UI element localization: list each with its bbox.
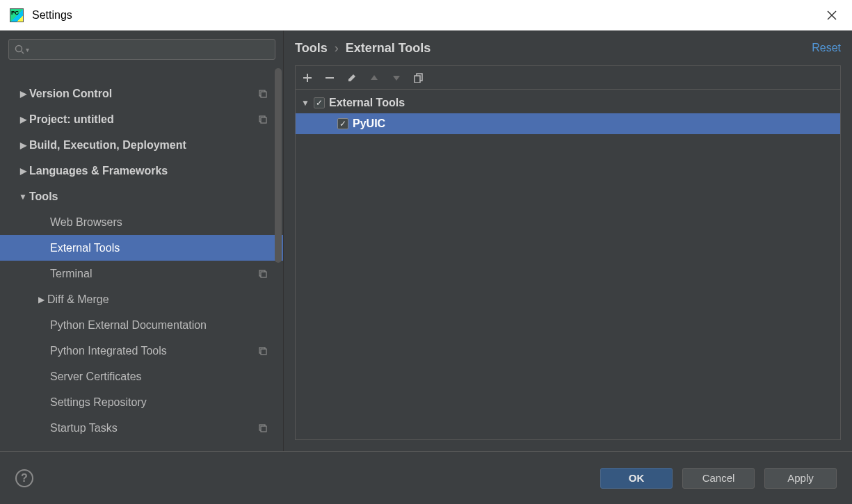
down-icon — [392, 73, 401, 83]
sidebar-item-build-execution-deployment[interactable]: ▶Build, Execution, Deployment — [0, 132, 283, 158]
cancel-button[interactable]: Cancel — [682, 468, 755, 489]
sidebar-item-label: Python External Documentation — [50, 319, 207, 332]
sidebar-item-external-tools[interactable]: External Tools — [0, 235, 283, 261]
breadcrumb: Tools › External Tools Reset — [295, 31, 841, 65]
sidebar-item-label: Startup Tasks — [50, 422, 118, 434]
sidebar-item-label: Version Control — [29, 88, 112, 100]
sidebar-item-label: Build, Execution, Deployment — [29, 139, 186, 152]
sidebar-item-label: Project: untitled — [29, 113, 114, 126]
chevron-icon: ▶ — [17, 166, 29, 176]
reset-link[interactable]: Reset — [812, 42, 841, 54]
chevron-icon: ▶ — [17, 115, 29, 124]
dialog-footer: ? OK Cancel Apply — [0, 451, 852, 504]
svg-rect-13 — [261, 426, 266, 432]
sidebar-item-tools[interactable]: ▼Tools — [0, 184, 283, 209]
title-bar: PC Settings — [0, 0, 852, 31]
group-checkbox[interactable]: ✓ — [314, 97, 325, 108]
window-title: Settings — [32, 9, 821, 22]
plus-icon — [303, 73, 312, 83]
copy-button[interactable] — [414, 73, 424, 83]
sidebar-item-label: Server Certificates — [50, 371, 142, 383]
tool-checkbox[interactable]: ✓ — [337, 118, 348, 129]
close-icon — [827, 10, 837, 20]
tool-label: PyUIC — [353, 117, 385, 130]
breadcrumb-root[interactable]: Tools — [295, 41, 328, 56]
project-scope-icon — [258, 423, 268, 433]
project-scope-icon — [258, 346, 268, 356]
sidebar-item-project-untitled[interactable]: ▶Project: untitled — [0, 106, 283, 132]
help-button[interactable]: ? — [15, 469, 33, 487]
group-label: External Tools — [329, 97, 405, 109]
pencil-icon — [347, 73, 357, 83]
sidebar-item-version-control[interactable]: ▶Version Control — [0, 81, 283, 106]
sidebar-item-python-integrated-tools[interactable]: Python Integrated Tools — [0, 338, 283, 364]
breadcrumb-separator-icon: › — [335, 41, 339, 56]
chevron-icon: ▶ — [17, 89, 29, 99]
svg-rect-18 — [415, 76, 420, 83]
tools-list: ▼ ✓ External Tools ✓ PyUIC — [296, 90, 840, 439]
sidebar-item-python-external-documentation[interactable]: Python External Documentation — [0, 312, 283, 338]
tool-item-row[interactable]: ✓ PyUIC — [296, 113, 840, 134]
close-button[interactable] — [821, 5, 842, 26]
pycharm-icon: PC — [10, 8, 24, 22]
sidebar-item-languages-frameworks[interactable]: ▶Languages & Frameworks — [0, 158, 283, 184]
sidebar-item-label: Python Integrated Tools — [50, 345, 167, 357]
sidebar-item-settings-repository[interactable]: Settings Repository — [0, 389, 283, 415]
sidebar-item-web-browsers[interactable]: Web Browsers — [0, 209, 283, 235]
breadcrumb-current: External Tools — [346, 41, 431, 56]
sidebar-item-plugins[interactable]: Plugins — [0, 68, 283, 81]
chevron-icon: ▶ — [17, 140, 29, 150]
ok-button[interactable]: OK — [600, 468, 673, 489]
search-input[interactable]: ▾ — [8, 39, 275, 60]
scrollbar-thumb[interactable] — [275, 68, 282, 263]
project-scope-icon — [258, 89, 268, 99]
sidebar-item-label: Diff & Merge — [47, 293, 109, 306]
apply-button[interactable]: Apply — [764, 468, 837, 489]
expand-icon[interactable]: ▼ — [301, 98, 314, 108]
sidebar-item-label: External Tools — [50, 242, 120, 254]
sidebar-item-startup-tasks[interactable]: Startup Tasks — [0, 415, 283, 441]
svg-rect-5 — [261, 92, 266, 97]
move-down-button — [392, 73, 401, 83]
tool-group-row[interactable]: ▼ ✓ External Tools — [296, 92, 840, 113]
svg-line-3 — [22, 51, 24, 54]
edit-button[interactable] — [347, 73, 357, 83]
search-dropdown-icon: ▾ — [26, 46, 29, 54]
sidebar-item-terminal[interactable]: Terminal — [0, 261, 283, 286]
chevron-icon: ▶ — [35, 295, 47, 304]
toolbar — [296, 66, 840, 90]
sidebar-item-label: Tools — [29, 190, 58, 203]
sidebar-item-label: Languages & Frameworks — [29, 165, 168, 177]
svg-rect-7 — [261, 117, 266, 123]
content-area: Tools › External Tools Reset — [284, 31, 852, 451]
copy-icon — [414, 73, 424, 83]
move-up-button — [369, 73, 379, 83]
chevron-icon: ▼ — [17, 192, 29, 202]
search-icon — [15, 44, 24, 54]
external-tools-panel: ▼ ✓ External Tools ✓ PyUIC — [295, 65, 841, 440]
up-icon — [369, 73, 379, 83]
sidebar-item-label: Settings Repository — [50, 396, 147, 409]
project-scope-icon — [258, 115, 268, 124]
sidebar-item-diff-merge[interactable]: ▶Diff & Merge — [0, 286, 283, 312]
sidebar-item-label: Terminal — [50, 268, 92, 280]
settings-sidebar: ▾ Plugins▶Version Control▶Project: untit… — [0, 31, 284, 451]
sidebar-item-label: Plugins — [29, 68, 70, 69]
add-button[interactable] — [303, 73, 312, 83]
project-scope-icon — [258, 269, 268, 279]
svg-rect-11 — [261, 349, 266, 355]
svg-rect-9 — [261, 272, 266, 277]
remove-button[interactable] — [325, 73, 335, 83]
settings-tree[interactable]: Plugins▶Version Control▶Project: untitle… — [0, 68, 283, 451]
svg-point-2 — [16, 46, 22, 52]
sidebar-scrollbar[interactable] — [273, 68, 283, 451]
minus-icon — [325, 73, 335, 83]
sidebar-item-label: Web Browsers — [50, 216, 122, 229]
sidebar-item-server-certificates[interactable]: Server Certificates — [0, 364, 283, 389]
